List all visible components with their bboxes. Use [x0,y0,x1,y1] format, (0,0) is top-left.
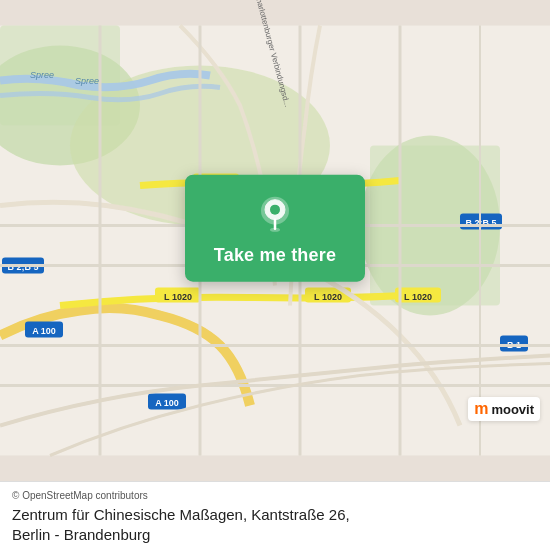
svg-text:Spree: Spree [30,70,54,80]
svg-text:A 100: A 100 [32,326,56,336]
svg-text:L 1020: L 1020 [164,292,192,302]
svg-text:A 100: A 100 [155,398,179,408]
svg-text:L 1020: L 1020 [404,292,432,302]
location-name: Zentrum für Chinesische Maßagen, Kantstr… [12,505,538,544]
moovit-logo: m moovit [468,397,540,421]
svg-point-39 [270,227,280,231]
osm-attribution: © OpenStreetMap contributors [12,490,538,501]
map-area: A 100 A 100 B 2;B 5 B 2;B 5 B 1 L 1000 L… [0,0,550,481]
svg-text:Spree: Spree [75,76,99,86]
app-container: A 100 A 100 B 2;B 5 B 2;B 5 B 1 L 1000 L… [0,0,550,550]
svg-point-38 [270,204,280,214]
take-me-there-button[interactable]: Take me there [214,244,336,265]
navigation-card: Take me there [185,174,365,281]
footer: © OpenStreetMap contributors Zentrum für… [0,481,550,550]
svg-text:L 1020: L 1020 [314,292,342,302]
moovit-text: moovit [491,402,534,417]
location-pin-icon [253,192,297,236]
moovit-m-letter: m [474,400,488,418]
